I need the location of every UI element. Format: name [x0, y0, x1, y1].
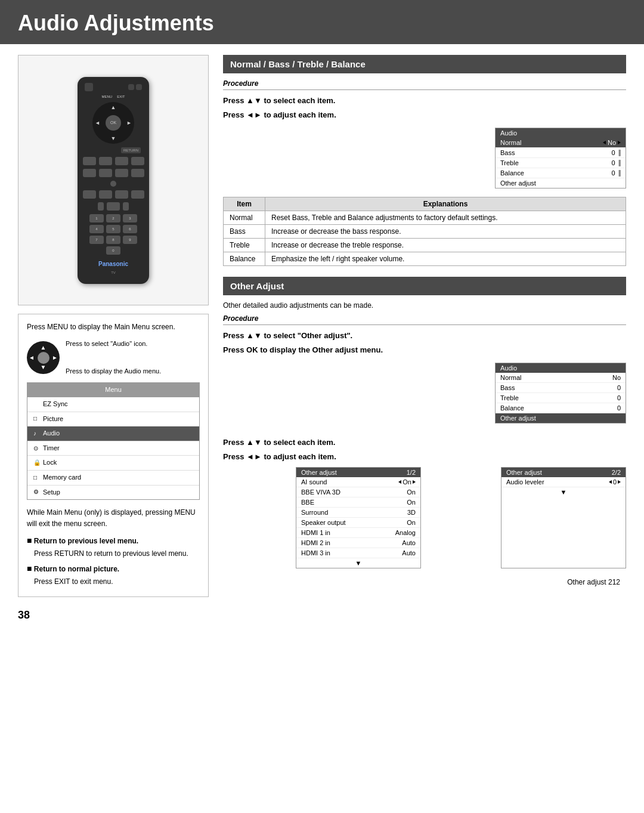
left-arrow-normal: [603, 141, 606, 144]
menu-item-timer: ⊙ Timer: [27, 441, 199, 456]
aisound-val: On: [398, 478, 416, 486]
nav-right-arrow: ►: [126, 120, 132, 126]
audio-treble-val: 0 ▐: [611, 159, 621, 166]
audio-menu2-wrapper: Audio Normal No Bass 0 Treble 0 Balance …: [223, 363, 626, 432]
timer-label: Timer: [43, 443, 60, 454]
audiolevel-right: [618, 480, 621, 484]
oa-row-bbeviva: BBE VIVA 3D On: [296, 487, 420, 497]
memorycard-icon: □: [33, 473, 41, 483]
oa2-page: 2/2: [612, 469, 621, 476]
step1-2: Press ◄► to adjust each item.: [223, 109, 626, 121]
bbeviva-val: On: [407, 489, 416, 496]
oa-row-hdmi2: HDMI 2 in Auto: [296, 538, 420, 548]
item-balance: Balance: [224, 252, 265, 266]
expl-normal: Reset Bass, Treble and Balance adjustmen…: [265, 211, 626, 225]
other-adjust-212: Other adjust 212: [567, 578, 620, 586]
bbe-val: On: [407, 499, 416, 506]
menu-item-audio: ♪ Audio: [27, 426, 199, 441]
audio-label: Audio: [43, 428, 60, 439]
hdmi3-label: HDMI 3 in: [301, 549, 330, 557]
num-2: 2: [106, 214, 120, 222]
remote-btn-j: [99, 190, 112, 199]
right-arrow-normal: [618, 141, 621, 144]
remote-image-container: MENU EXIT ▲ ▼ ◄ ► OK RETURN: [18, 55, 209, 305]
remote-btn-f: [99, 169, 112, 177]
audio-row-bass: Bass 0 ▐: [496, 148, 626, 158]
mini-up: ▲: [41, 343, 47, 353]
remote-btn-a: [83, 157, 96, 165]
hdmi1-val: Analog: [395, 529, 416, 536]
down-arrow-more2: ▼: [561, 489, 567, 496]
bbe-label: BBE: [301, 499, 314, 506]
oa-menu-box-1: Other adjust 1/2 AI sound On BBE VIVA 3D…: [296, 467, 421, 568]
section1-header: Normal / Bass / Treble / Balance: [223, 55, 626, 73]
oa-row-audiolevel: Audio leveler 0: [501, 477, 626, 487]
num-6: 6: [123, 225, 137, 233]
procedure-label-2: Procedure: [223, 314, 626, 325]
audio2-row-other: Other adjust: [496, 413, 626, 423]
mini-down: ▼: [41, 363, 47, 372]
menu-title: Menu: [27, 383, 199, 397]
remote-numpad: 1 2 3 4 5 6 7 8 9 0: [89, 214, 137, 255]
table-header-expl: Explanations: [265, 197, 626, 211]
steps-bottom: Press ▲▼ to select each item. Press ◄► t…: [223, 437, 626, 462]
hdmi2-label: HDMI 2 in: [301, 539, 330, 546]
press-menu-text: Press MENU to display the Main Menu scre…: [27, 322, 200, 333]
return-label: RETURN: [121, 147, 141, 153]
return-normal-header: Return to normal picture.: [34, 565, 119, 573]
page-header: Audio Adjustments: [0, 0, 644, 44]
right-column: Normal / Bass / Treble / Balance Procedu…: [223, 55, 626, 597]
hdmi2-val: Auto: [402, 539, 416, 546]
remote-btn-b: [99, 157, 112, 165]
btn-row-5: [82, 202, 144, 211]
aisound-right: [413, 480, 416, 484]
aisound-left: [398, 480, 401, 484]
bbeviva-label: BBE VIVA 3D: [301, 489, 340, 496]
oa1-title: Other adjust: [301, 469, 337, 476]
remote-btn-h: [131, 169, 144, 177]
menu-item-lock: 🔒 Lock: [27, 456, 199, 471]
treble-bar: ▐: [617, 160, 621, 166]
nav-down-arrow: ▼: [111, 135, 116, 141]
table-row-treble: Treble Increase or decrease the treble r…: [224, 239, 626, 252]
while-note: While Main Menu (only) is displayed, pre…: [27, 507, 200, 530]
num-7: 7: [89, 236, 104, 244]
audio-bass-val: 0 ▐: [611, 149, 621, 156]
nav-mini-circle: ▲ ▼ ◄ ►: [27, 341, 60, 374]
oa2-row-more: ▼: [501, 487, 626, 497]
remote-brand: Panasonic: [98, 261, 128, 267]
remote-control: MENU EXIT ▲ ▼ ◄ ► OK RETURN: [78, 77, 149, 284]
remote-nav-circle: ▲ ▼ ◄ ► OK: [92, 102, 134, 144]
speaker-val: On: [407, 519, 416, 526]
btn-row-2: [82, 169, 144, 177]
audiolevel-val: 0: [609, 478, 621, 486]
timer-icon: ⊙: [33, 444, 41, 453]
remote-btn-i: [83, 190, 96, 199]
audio-menu-box: Audio Normal No Bass 0 ▐: [495, 128, 626, 188]
audio-row-normal: Normal No: [496, 138, 626, 148]
audio2-row-normal: Normal No: [496, 373, 626, 383]
audio-bass-label: Bass: [500, 149, 515, 156]
main-content: MENU EXIT ▲ ▼ ◄ ► OK RETURN: [0, 55, 644, 597]
num-5: 5: [106, 225, 120, 233]
picture-icon: □: [33, 414, 41, 423]
oa1-page: 1/2: [407, 469, 416, 476]
left-column: MENU EXIT ▲ ▼ ◄ ► OK RETURN: [18, 55, 209, 597]
setup-icon: ⚙: [33, 487, 41, 497]
audio2-treble-val: 0: [617, 394, 621, 401]
oa-row-speaker: Speaker output On: [296, 518, 420, 528]
page-title: Audio Adjustments: [18, 11, 626, 36]
oa-row-hdmi3: HDMI 3 in Auto: [296, 548, 420, 558]
nav-left-arrow: ◄: [95, 120, 100, 126]
audio2-bass: Bass: [500, 384, 515, 391]
remote-btn-e: [83, 169, 96, 177]
remote-btn-d: [131, 157, 144, 165]
remote-btn-c: [115, 157, 128, 165]
instruction-box: Press MENU to display the Main Menu scre…: [18, 314, 209, 597]
audio2-normal-val: No: [612, 374, 621, 381]
audio2-bass-val: 0: [617, 384, 621, 391]
oa-menu2-header: Other adjust 2/2: [501, 468, 626, 477]
diagram-row-1: ▲ ▼ ◄ ► Press to select "Audio" icon. Pr…: [27, 339, 200, 376]
menu-item-setup: ⚙ Setup: [27, 486, 199, 500]
audio-menu-header: Audio: [496, 128, 626, 138]
